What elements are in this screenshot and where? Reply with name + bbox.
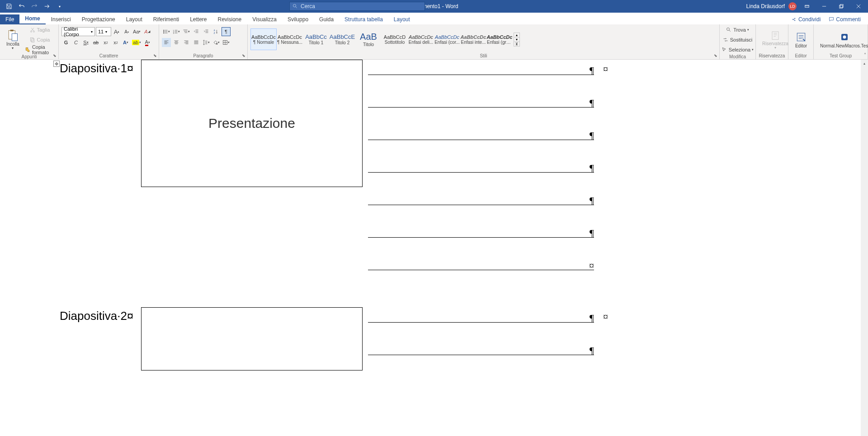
- numbering-button[interactable]: 123▾: [172, 27, 181, 36]
- paste-button[interactable]: Incolla ▾: [3, 25, 23, 54]
- bullets-button[interactable]: ▾: [162, 27, 171, 36]
- shading-button[interactable]: ▾: [212, 38, 221, 47]
- table-move-handle[interactable]: ✥: [53, 61, 60, 67]
- tab-design[interactable]: Progettazione: [76, 14, 121, 24]
- style-item[interactable]: AaBbCcTitolo 1: [303, 28, 329, 50]
- gallery-down-button[interactable]: ▾: [514, 38, 519, 42]
- clear-formatting-button[interactable]: A◢: [142, 27, 151, 36]
- align-center-button[interactable]: [172, 38, 181, 47]
- scroll-up-button[interactable]: ▴: [861, 60, 868, 67]
- editor-button[interactable]: Editor: [791, 25, 811, 53]
- tab-developer[interactable]: Sviluppo: [282, 14, 314, 24]
- notes-column[interactable]: ¶¶¶¶¶¶¤: [368, 60, 594, 289]
- style-item[interactable]: AaBbCcDcEnfasi (gra...: [486, 28, 513, 50]
- text-effects-button[interactable]: A▾: [121, 38, 130, 47]
- search-box[interactable]: Cerca: [289, 2, 425, 11]
- user-avatar[interactable]: LD: [788, 2, 797, 10]
- note-line[interactable]: ¶: [368, 94, 594, 108]
- superscript-button[interactable]: x2: [111, 38, 120, 47]
- tab-table-layout[interactable]: Layout: [388, 14, 415, 24]
- macro-button[interactable]: Normal.NewMacros.Test: [816, 25, 868, 53]
- document-area[interactable]: ✥ Diapositiva·1¤Presentazione¶¶¶¶¶¶¤¤Dia…: [0, 60, 868, 436]
- style-item[interactable]: AaBbCcDSottotitolo: [382, 28, 408, 50]
- note-line[interactable]: ¶: [368, 342, 594, 355]
- slide-label[interactable]: Diapositiva·2¤: [60, 307, 141, 323]
- align-right-button[interactable]: [182, 38, 191, 47]
- tab-home[interactable]: Home: [19, 14, 45, 24]
- share-button[interactable]: Condividi: [788, 14, 823, 24]
- clipboard-dialog-launcher[interactable]: ⬊: [52, 53, 57, 58]
- user-name[interactable]: Linda Dräusdorf: [746, 3, 785, 9]
- slide-thumbnail[interactable]: [141, 307, 363, 370]
- restore-button[interactable]: [835, 0, 848, 13]
- font-size-select[interactable]: 11▾: [96, 27, 111, 36]
- change-case-button[interactable]: Aa▾: [132, 27, 142, 36]
- note-line[interactable]: ¶: [368, 61, 594, 75]
- tab-review[interactable]: Revisione: [212, 14, 247, 24]
- gallery-more-button[interactable]: ⊻: [514, 42, 519, 46]
- slide-thumbnail[interactable]: Presentazione: [141, 60, 363, 187]
- note-line[interactable]: ¶: [368, 127, 594, 140]
- underline-button[interactable]: S▾: [81, 38, 90, 47]
- style-item[interactable]: AaBbCcDcEnfasi (cor...: [434, 28, 460, 50]
- redo-button[interactable]: [30, 2, 39, 11]
- grow-font-button[interactable]: A▴: [112, 27, 121, 36]
- comments-button[interactable]: Commenti: [826, 14, 863, 24]
- customize-qat-button[interactable]: ▾: [55, 2, 64, 11]
- tab-help[interactable]: Guida: [314, 14, 339, 24]
- format-painter-button[interactable]: Copia formato: [24, 45, 56, 54]
- highlight-button[interactable]: ab▾: [131, 38, 142, 47]
- macro-run-button[interactable]: [42, 2, 52, 11]
- borders-button[interactable]: ▾: [222, 38, 231, 47]
- paragraph-dialog-launcher[interactable]: ⬊: [241, 53, 246, 58]
- collapse-ribbon-button[interactable]: ˄: [864, 52, 866, 57]
- tab-layout[interactable]: Layout: [121, 14, 148, 24]
- align-left-button[interactable]: [162, 38, 171, 47]
- replace-button[interactable]: Sostituisci: [722, 35, 753, 44]
- bold-button[interactable]: G: [61, 38, 71, 47]
- minimize-button[interactable]: [817, 0, 831, 13]
- style-item[interactable]: AaBbCcDcEnfasi inte...: [460, 28, 486, 50]
- undo-button[interactable]: [17, 2, 26, 11]
- style-item[interactable]: AaBbCcDc¶ Normale: [250, 28, 277, 50]
- style-item[interactable]: AaBTitolo: [355, 28, 382, 50]
- tab-table-design[interactable]: Struttura tabella: [339, 14, 388, 24]
- ribbon-display-button[interactable]: [800, 0, 814, 13]
- strikethrough-button[interactable]: ab: [91, 38, 100, 47]
- close-button[interactable]: [852, 0, 865, 13]
- tab-view[interactable]: Visualizza: [247, 14, 282, 24]
- cut-button[interactable]: Taglia: [24, 25, 56, 34]
- sort-button[interactable]: AZ: [212, 27, 221, 36]
- slide-label[interactable]: Diapositiva·1¤: [60, 60, 141, 75]
- show-marks-button[interactable]: ¶: [222, 27, 231, 36]
- multilevel-list-button[interactable]: ▾: [182, 27, 191, 36]
- font-dialog-launcher[interactable]: ⬊: [152, 53, 158, 58]
- subscript-button[interactable]: x2: [101, 38, 110, 47]
- tab-insert[interactable]: Inserisci: [46, 14, 76, 24]
- tab-file[interactable]: File: [0, 14, 19, 24]
- italic-button[interactable]: C: [71, 38, 80, 47]
- tab-references[interactable]: Riferimenti: [148, 14, 184, 24]
- increase-indent-button[interactable]: [202, 27, 211, 36]
- styles-dialog-launcher[interactable]: ⬊: [713, 53, 718, 58]
- save-button[interactable]: [5, 2, 14, 11]
- copy-button[interactable]: Copia: [24, 35, 56, 44]
- style-item[interactable]: AaBbCcDcEnfasi deli...: [408, 28, 434, 50]
- justify-button[interactable]: [192, 38, 201, 47]
- font-color-button[interactable]: A▾: [143, 38, 152, 47]
- tab-mailings[interactable]: Lettere: [184, 14, 212, 24]
- shrink-font-button[interactable]: A▾: [122, 27, 131, 36]
- style-item[interactable]: AaBbCcETitolo 2: [329, 28, 355, 50]
- vertical-scrollbar[interactable]: ▴: [861, 60, 868, 436]
- note-line[interactable]: ¶: [368, 309, 594, 323]
- note-line[interactable]: ¤: [368, 257, 594, 270]
- select-button[interactable]: Seleziona▾: [722, 45, 753, 54]
- gallery-up-button[interactable]: ▴: [514, 33, 519, 38]
- note-line[interactable]: ¶: [368, 159, 594, 173]
- line-spacing-button[interactable]: ▾: [202, 38, 211, 47]
- note-line[interactable]: ¶: [368, 192, 594, 205]
- decrease-indent-button[interactable]: [192, 27, 201, 36]
- font-name-select[interactable]: Calibri (Corpo▾: [61, 27, 95, 36]
- notes-column[interactable]: ¶¶: [368, 307, 594, 374]
- style-item[interactable]: AaBbCcDc¶ Nessuna...: [277, 28, 303, 50]
